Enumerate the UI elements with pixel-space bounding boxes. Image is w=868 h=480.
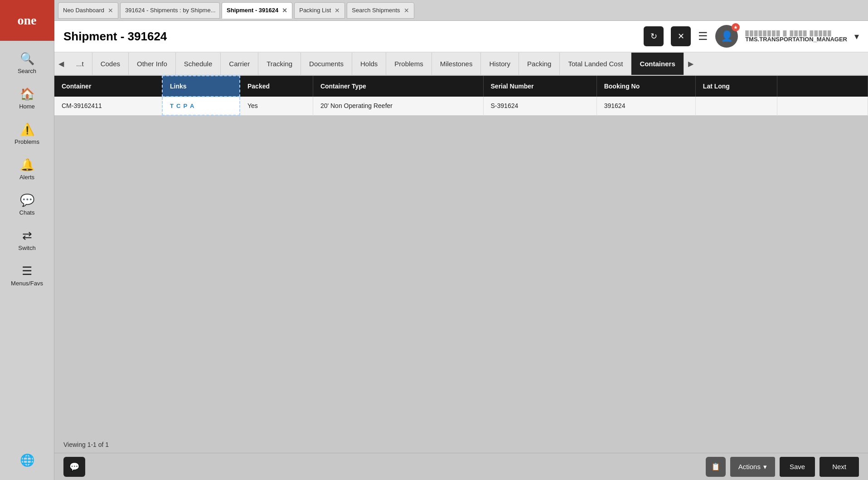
page-title: Shipment - 391624 bbox=[63, 29, 636, 44]
link-badge-c[interactable]: C bbox=[176, 103, 180, 109]
alerts-icon: 🔔 bbox=[20, 158, 34, 172]
refresh-button[interactable]: ↻ bbox=[644, 26, 664, 46]
table-row: CM-39162411 T C P A Yes 20' Non Operatin… bbox=[54, 97, 868, 115]
refresh-icon: ↻ bbox=[650, 31, 657, 41]
link-badge-a[interactable]: A bbox=[190, 103, 194, 109]
nav-tab-next-arrow[interactable]: ▶ bbox=[684, 53, 698, 75]
menus-icon: ☰ bbox=[22, 264, 32, 278]
sidebar-label-home: Home bbox=[19, 103, 35, 110]
nav-tab-carrier[interactable]: Carrier bbox=[221, 53, 258, 75]
nav-tab-containers-label: Containers bbox=[640, 60, 675, 68]
nav-tab-tracking-label: Tracking bbox=[267, 60, 292, 68]
hamburger-menu-button[interactable]: ☰ bbox=[698, 30, 708, 43]
nav-tab-codes[interactable]: Codes bbox=[92, 53, 129, 75]
col-header-extra bbox=[777, 76, 868, 97]
nav-tab-schedule[interactable]: Schedule bbox=[176, 53, 221, 75]
nav-tab-prev-arrow[interactable]: ◀ bbox=[54, 53, 68, 75]
col-header-container-type: Container Type bbox=[313, 76, 483, 97]
browser-tab-search-close[interactable]: ✕ bbox=[404, 7, 409, 14]
browser-tab-shipment391624-label: Shipment - 391624 bbox=[227, 7, 278, 14]
viewing-text: Viewing 1-1 of 1 bbox=[63, 441, 109, 448]
col-header-links: Links bbox=[162, 76, 240, 97]
browser-tab-packing-close[interactable]: ✕ bbox=[335, 7, 340, 14]
nav-tab-packing[interactable]: Packing bbox=[519, 53, 560, 75]
viewing-bar: Viewing 1-1 of 1 bbox=[54, 436, 868, 453]
col-header-packed: Packed bbox=[240, 76, 313, 97]
browser-tab-neo[interactable]: Neo Dashboard ✕ bbox=[58, 2, 118, 19]
browser-tab-shipments-label: 391624 - Shipments : by Shipme... bbox=[125, 7, 215, 14]
browser-tab-shipment391624[interactable]: Shipment - 391624 ✕ bbox=[222, 2, 292, 19]
user-name-masked: ████████ █ ████ █████ bbox=[745, 30, 847, 36]
nav-tab-schedule-label: Schedule bbox=[184, 60, 213, 68]
containers-table: Container Links Packed Container Type Se… bbox=[54, 75, 868, 116]
nav-tab-milestones-label: Milestones bbox=[440, 60, 473, 68]
links-badges: T C P A bbox=[170, 103, 232, 109]
sidebar: one 🔍 Search 🏠 Home ⚠️ Problems 🔔 Alerts… bbox=[0, 0, 54, 480]
col-header-booking-no: Booking No bbox=[596, 76, 695, 97]
browser-tabs-bar: Neo Dashboard ✕ 391624 - Shipments : by … bbox=[54, 0, 868, 21]
nav-tab-packing-label: Packing bbox=[527, 60, 551, 68]
save-button[interactable]: Save bbox=[780, 457, 815, 477]
footer-left: 💬 bbox=[63, 457, 701, 477]
notification-badge: ★ bbox=[732, 23, 740, 31]
sidebar-label-switch: Switch bbox=[18, 245, 35, 251]
browser-tab-shipment391624-close[interactable]: ✕ bbox=[282, 7, 287, 14]
browser-tab-shipments-close[interactable]: ✕ bbox=[219, 7, 220, 14]
browser-tab-packing[interactable]: Packing List ✕ bbox=[294, 2, 345, 19]
sidebar-item-problems[interactable]: ⚠️ Problems bbox=[0, 116, 54, 152]
nav-tab-total-landed-label: Total Landed Cost bbox=[568, 60, 623, 68]
nav-tab-total-landed[interactable]: Total Landed Cost bbox=[560, 53, 631, 75]
avatar: 👤 ★ bbox=[715, 25, 738, 48]
browser-tab-neo-label: Neo Dashboard bbox=[63, 7, 104, 14]
search-icon: 🔍 bbox=[20, 52, 34, 66]
nav-tab-holds[interactable]: Holds bbox=[352, 53, 386, 75]
browser-tab-shipments[interactable]: 391624 - Shipments : by Shipme... ✕ bbox=[120, 2, 220, 19]
app-header: Shipment - 391624 ↻ ✕ ☰ 👤 ★ ████████ █ █… bbox=[54, 21, 868, 53]
cell-booking-no: 391624 bbox=[596, 97, 695, 115]
footer-chat-button[interactable]: 💬 bbox=[63, 457, 85, 477]
nav-tab-other-info[interactable]: Other Info bbox=[129, 53, 176, 75]
cell-container-type: 20' Non Operating Reefer bbox=[313, 97, 483, 115]
nav-tab-history-label: History bbox=[489, 60, 510, 68]
link-badge-t[interactable]: T bbox=[170, 103, 174, 109]
nav-tab-tracking[interactable]: Tracking bbox=[258, 53, 301, 75]
cell-extra bbox=[777, 97, 868, 115]
sidebar-item-chats[interactable]: 💬 Chats bbox=[0, 187, 54, 222]
nav-tab-holds-label: Holds bbox=[360, 60, 378, 68]
close-icon: ✕ bbox=[678, 31, 684, 41]
nav-tab-containers[interactable]: Containers bbox=[631, 53, 684, 75]
sidebar-item-switch[interactable]: ⇄ Switch bbox=[0, 222, 54, 258]
nav-tab-history[interactable]: History bbox=[481, 53, 519, 75]
browser-tab-search[interactable]: Search Shipments ✕ bbox=[347, 2, 414, 19]
sidebar-label-menus: Menus/Favs bbox=[11, 280, 43, 287]
footer-copy-button[interactable]: 📋 bbox=[706, 457, 726, 477]
browser-tab-neo-close[interactable]: ✕ bbox=[108, 7, 113, 14]
nav-tab-codes-label: Codes bbox=[101, 60, 120, 68]
link-badge-p[interactable]: P bbox=[183, 103, 187, 109]
nav-tab-carrier-label: Carrier bbox=[229, 60, 250, 68]
sidebar-item-globe[interactable]: 🌐 bbox=[0, 447, 54, 475]
sidebar-item-alerts[interactable]: 🔔 Alerts bbox=[0, 152, 54, 187]
avatar-icon: 👤 bbox=[721, 30, 733, 42]
app-logo[interactable]: one bbox=[0, 0, 54, 41]
nav-tab-other-info-label: Other Info bbox=[137, 60, 167, 68]
sidebar-label-problems: Problems bbox=[15, 138, 39, 145]
sidebar-item-home[interactable]: 🏠 Home bbox=[0, 81, 54, 116]
nav-tab-nt[interactable]: ...t bbox=[68, 53, 92, 75]
sidebar-item-search[interactable]: 🔍 Search bbox=[0, 45, 54, 81]
sidebar-item-menus[interactable]: ☰ Menus/Favs bbox=[0, 258, 54, 293]
user-dropdown-arrow[interactable]: ▾ bbox=[854, 31, 859, 42]
nav-tab-problems-label: Problems bbox=[394, 60, 423, 68]
col-header-lat-long: Lat Long bbox=[695, 76, 777, 97]
next-button[interactable]: Next bbox=[820, 457, 859, 477]
actions-button[interactable]: Actions ▾ bbox=[730, 457, 775, 477]
nav-tab-problems[interactable]: Problems bbox=[386, 53, 432, 75]
nav-tab-documents[interactable]: Documents bbox=[301, 53, 352, 75]
user-info: ████████ █ ████ █████ TMS.TRANSPORTATION… bbox=[745, 30, 847, 43]
sidebar-label-chats: Chats bbox=[19, 209, 35, 216]
content-area: Container Links Packed Container Type Se… bbox=[54, 75, 868, 453]
col-header-serial-number: Serial Number bbox=[483, 76, 596, 97]
nav-tab-milestones[interactable]: Milestones bbox=[432, 53, 481, 75]
logo-text: one bbox=[18, 13, 37, 28]
close-button[interactable]: ✕ bbox=[671, 26, 691, 46]
